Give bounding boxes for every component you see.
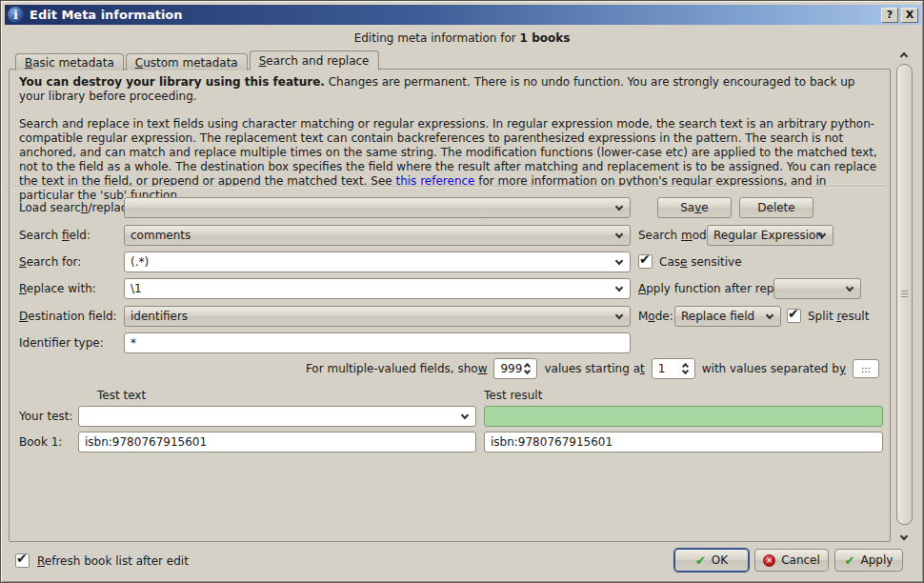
multi-start-label: values starting at [544,362,644,375]
scroll-down-icon[interactable] [900,533,908,540]
replace-with-label: Replace with: [19,278,96,299]
check-icon: ✔ [16,551,28,566]
multi-value-options-row: For multiple-valued fields, show 999 val… [306,358,879,379]
split-result-checkbox[interactable]: ✔ [787,309,801,323]
tab-basic-metadata[interactable]: Basic metadata [15,53,124,70]
refresh-label: Refresh book list after edit [37,554,189,568]
titlebar[interactable]: i Edit Meta information ? X [5,5,921,25]
separator-value-field[interactable]: ::: [853,359,879,378]
close-button[interactable]: X [901,8,918,23]
refresh-checkbox[interactable]: ✔ [15,553,30,568]
editing-prefix: Editing meta information for [354,31,520,45]
split-result-label: Split result [808,306,869,327]
chevron-down-icon [615,231,623,238]
load-label: Load search/replace: [19,197,138,218]
search-field-combo[interactable]: comments [124,225,631,246]
editing-count: 1 books [520,31,571,45]
start-at-spinner[interactable]: 1 [652,358,695,379]
spinner-down-icon[interactable] [682,368,689,374]
mode-label: Mode: [638,306,673,327]
book1-test-field[interactable]: isbn:9780767915601 [78,432,476,452]
separator-line [13,186,886,188]
book1-result-field: isbn:9780767915601 [484,432,883,452]
tab-custom-metadata[interactable]: Custom metadata [126,53,248,70]
tab-bar: Basic metadata Custom metadata Search an… [15,50,381,70]
ok-check-icon: ✔ [695,554,706,567]
destination-field-combo[interactable]: identifiers [124,306,631,327]
book1-label: Book 1: [19,432,62,452]
replace-with-combo[interactable]: \1 [124,278,631,299]
apply-button[interactable]: ✔ Apply [834,549,903,572]
chevron-down-icon [615,312,623,319]
editing-header: Editing meta information for 1 books [1,31,923,45]
ok-button[interactable]: ✔ OK [674,549,749,572]
cancel-button[interactable]: ✕ Cancel [754,549,829,572]
show-values-spinner[interactable]: 999 [493,358,537,379]
case-sensitive-checkbox[interactable]: ✔ [638,254,653,269]
check-icon: ✔ [639,251,651,267]
apply-function-combo[interactable] [773,278,861,299]
scrollbar[interactable] [895,50,914,542]
load-search-replace-combo[interactable] [124,197,631,218]
window-title: Edit Meta information [30,8,878,22]
your-test-combo[interactable] [78,406,476,427]
your-test-result-field [484,406,883,427]
search-for-combo[interactable]: (.*) [124,251,631,272]
warning-paragraph: You can destroy your library using this … [19,75,884,104]
apply-check-icon: ✔ [845,554,855,567]
search-mode-label: Search mode: [638,225,717,246]
case-sensitive-label: Case sensitive [659,251,742,272]
chevron-down-icon [461,412,469,419]
save-button[interactable]: Save [657,197,732,218]
multi-show-label: For multiple-valued fields, show [306,362,488,375]
destination-field-label: Destination field: [19,306,117,327]
chevron-down-icon [615,257,623,265]
thumb-grip-icon [901,291,908,298]
scroll-up-icon[interactable] [900,52,908,60]
content-panel: You can destroy your library using this … [9,69,891,542]
multi-separator-label: with values separated by [702,362,846,375]
delete-button[interactable]: Delete [739,197,814,218]
search-for-label: Search for: [19,251,81,272]
test-result-header: Test result [484,389,542,402]
spinner-down-icon[interactable] [524,368,531,374]
description-paragraph: Search and replace in text fields using … [19,117,884,203]
mode-combo[interactable]: Replace field [674,306,781,327]
identifier-type-field[interactable]: * [124,332,631,353]
help-button[interactable]: ? [881,8,898,23]
test-text-header: Test text [97,389,146,402]
scrollbar-thumb[interactable] [896,64,913,525]
app-icon: i [8,7,24,23]
check-icon: ✔ [788,306,799,321]
cancel-x-icon: ✕ [763,554,775,567]
edit-meta-dialog: i Edit Meta information ? X Editing meta… [0,0,924,583]
chevron-down-icon [846,284,854,292]
identifier-type-label: Identifier type: [19,332,104,353]
warning-text: You can destroy your library using this … [19,75,884,216]
search-mode-combo[interactable]: Regular Expression [707,225,834,246]
chevron-down-icon [615,284,623,292]
search-field-label: Search field: [19,225,90,246]
warning-bold: You can destroy your library using this … [19,75,325,89]
chevron-down-icon [766,312,773,319]
chevron-down-icon [615,203,623,211]
your-test-label: Your test: [19,406,73,427]
tab-search-replace[interactable]: Search and replace [250,50,379,70]
